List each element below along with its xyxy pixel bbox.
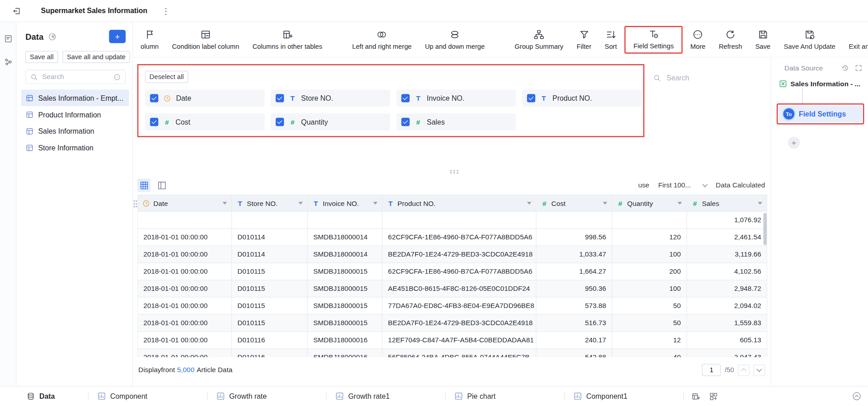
- toolbar-group-summary[interactable]: Group Summary: [508, 29, 570, 50]
- toolbar-refresh[interactable]: Refresh: [712, 29, 749, 50]
- column-header-invoice-no[interactable]: TInvoice NO.: [307, 195, 382, 212]
- field-settings-step-node[interactable]: To Field Settings: [779, 106, 862, 122]
- toolbar-more[interactable]: More: [684, 29, 712, 50]
- tab-growth-rate[interactable]: Growth rate: [208, 387, 326, 406]
- field-chip-store-no[interactable]: T Store NO.: [271, 89, 390, 107]
- dataset-item-store-information[interactable]: Store Information: [21, 140, 129, 156]
- chart-icon: [98, 392, 106, 400]
- content-row: Deselect all Date T Sto: [133, 57, 868, 386]
- row-limit-dropdown[interactable]: First 100...: [658, 182, 707, 189]
- toolbar-columns-in-other-tables[interactable]: Columns in other tables: [246, 29, 329, 50]
- exit-workspace-icon[interactable]: [12, 6, 21, 15]
- pane-view-button[interactable]: [155, 179, 168, 192]
- save-all-and-update-button[interactable]: Save all and update: [62, 51, 130, 63]
- panel-splitter-handle[interactable]: [137, 167, 771, 176]
- field-checkbox[interactable]: [276, 94, 284, 102]
- column-header-quantity[interactable]: #Quantity: [612, 195, 687, 212]
- table-cell: 2018-01-01 00:00:00: [137, 246, 231, 263]
- toolbar-save-and-update[interactable]: Save And Update: [777, 29, 842, 50]
- tab-growth-rate1[interactable]: Growth rate1: [326, 387, 445, 406]
- toolbar-field-settings[interactable]: Field Settings: [627, 28, 680, 50]
- tab-label: Pie chart: [467, 392, 495, 400]
- table-scrollbar-thumb[interactable]: [764, 213, 767, 245]
- column-menu-icon[interactable]: [758, 202, 762, 205]
- save-all-button[interactable]: Save all: [25, 51, 58, 63]
- workspace-search-input[interactable]: [665, 73, 764, 83]
- workspace-search-box[interactable]: [653, 73, 764, 83]
- field-checkbox[interactable]: [401, 94, 410, 102]
- field-chip-product-no[interactable]: T Product NO.: [522, 89, 642, 107]
- table-row-clipped: 2018-01-01 00:00:00D010116SMDBJ180000165…: [137, 349, 767, 357]
- field-chip-date[interactable]: Date: [145, 89, 264, 107]
- tab-component1[interactable]: Component1: [565, 387, 684, 406]
- new-table-icon[interactable]: [691, 392, 700, 401]
- field-selection-row: Deselect all Date T Sto: [137, 57, 771, 167]
- toolbar-sort[interactable]: Sort: [598, 29, 623, 50]
- dataset-item-sales-information[interactable]: Sales Information: [21, 123, 129, 140]
- column-menu-icon[interactable]: [603, 202, 607, 205]
- column-header-sales[interactable]: #Sales: [687, 195, 767, 212]
- column-menu-icon[interactable]: [373, 202, 377, 205]
- pagination: /50: [702, 364, 765, 376]
- more-menu-icon[interactable]: ⋮: [162, 6, 170, 16]
- edit-document-icon[interactable]: [4, 34, 13, 43]
- field-checkbox[interactable]: [401, 118, 410, 126]
- field-chip-quantity[interactable]: # Quantity: [271, 113, 390, 131]
- field-chip-invoice-no[interactable]: T Invoice NO.: [396, 89, 516, 107]
- add-dataset-button[interactable]: +: [109, 30, 126, 43]
- tab-pie-chart[interactable]: Pie chart: [446, 387, 565, 406]
- table-cell: 2,461.54: [687, 229, 767, 246]
- tab-component[interactable]: Component: [89, 387, 208, 406]
- column-header-product-no[interactable]: TProduct NO.: [382, 195, 536, 212]
- dataset-item-sales-information-empty[interactable]: Sales Information - Empt...: [21, 89, 129, 106]
- tab-data[interactable]: Data: [0, 387, 89, 406]
- toolbar-filter[interactable]: Filter: [570, 29, 598, 50]
- field-chip-sales[interactable]: # Sales: [396, 113, 516, 131]
- field-checkbox[interactable]: [150, 118, 158, 126]
- column-header-date[interactable]: Date: [137, 195, 231, 212]
- field-checkbox[interactable]: [276, 118, 284, 126]
- sidebar-search-box[interactable]: [25, 70, 126, 84]
- page-down-button[interactable]: [754, 364, 765, 376]
- sidebar-search-input[interactable]: [41, 72, 110, 81]
- dataset-item-product-information[interactable]: Product Information: [21, 106, 129, 123]
- source-node[interactable]: Sales Information - ...: [777, 79, 863, 88]
- column-header-cost[interactable]: #Cost: [536, 195, 612, 212]
- deselect-all-button[interactable]: Deselect all: [145, 71, 189, 83]
- table-cell: 77DA67A0-ED8C-4FB3-8E04-E9EA7DD96BE8: [382, 297, 536, 314]
- column-splitter-handle[interactable]: [133, 200, 135, 202]
- collapse-all-icon[interactable]: [48, 33, 56, 41]
- history-icon[interactable]: [841, 64, 849, 72]
- number-type-icon: #: [691, 199, 698, 207]
- toolbar-condition-label-column[interactable]: Condition label column: [165, 29, 246, 50]
- collapse-bottom-bar-icon[interactable]: [852, 392, 861, 401]
- expand-icon[interactable]: [855, 64, 863, 72]
- column-menu-icon[interactable]: [298, 202, 303, 205]
- save-and-update-icon: [804, 29, 815, 39]
- table-cell: 50: [612, 297, 687, 314]
- column-header-store-no[interactable]: TStore NO.: [231, 195, 307, 212]
- page-up-button[interactable]: [738, 364, 750, 376]
- app-window: Supermarket Sales Information ⋮ Data + S…: [0, 0, 868, 406]
- toolbar-up-down-merge[interactable]: Up and down merge: [418, 29, 491, 50]
- toolbar-save[interactable]: Save: [749, 29, 777, 50]
- grid-view-button[interactable]: [137, 179, 151, 192]
- table-cell: 516.73: [536, 314, 612, 331]
- toolbar-left-right-merge[interactable]: Left and right merge: [345, 29, 418, 50]
- column-menu-icon[interactable]: [527, 202, 532, 205]
- column-menu-icon[interactable]: [222, 202, 227, 205]
- toolbar-formula-column[interactable]: olumn: [134, 29, 165, 50]
- table-cell: D010116: [231, 331, 307, 349]
- field-checkbox[interactable]: [150, 94, 158, 102]
- data-connection-icon[interactable]: [4, 57, 13, 66]
- add-step-button[interactable]: +: [788, 136, 800, 149]
- column-menu-icon[interactable]: [678, 202, 682, 205]
- search-options-icon[interactable]: [113, 73, 121, 80]
- table-cell: D010114: [231, 246, 307, 263]
- field-chip-cost[interactable]: # Cost: [145, 113, 264, 131]
- display-count-link[interactable]: 5,000: [177, 366, 194, 374]
- field-checkbox[interactable]: [527, 94, 535, 102]
- new-dashboard-icon[interactable]: [709, 392, 718, 401]
- page-number-input[interactable]: [702, 364, 721, 376]
- toolbar-exit-and-preview[interactable]: Exit and preview: [842, 29, 868, 50]
